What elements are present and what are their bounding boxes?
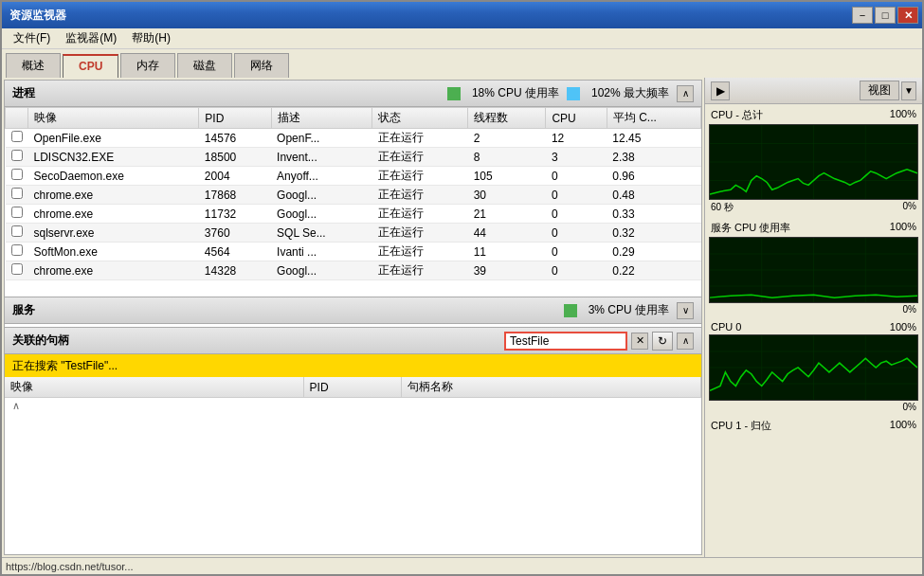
cpu-usage-label: 18% CPU 使用率 xyxy=(472,85,559,101)
row-status: 正在运行 xyxy=(372,148,468,167)
right-expand-button[interactable]: ▶ xyxy=(711,81,730,100)
table-row[interactable]: LDISCN32.EXE 18500 Invent... 正在运行 8 3 2.… xyxy=(6,148,701,167)
title-bar: 资源监视器 − □ ✕ xyxy=(2,2,922,28)
tab-memory[interactable]: 内存 xyxy=(120,53,175,78)
service-cpu-chart-section: 服务 CPU 使用率 100% xyxy=(709,221,918,315)
tab-network[interactable]: 网络 xyxy=(234,53,289,78)
menu-file[interactable]: 文件(F) xyxy=(6,28,58,48)
table-row[interactable]: chrome.exe 11732 Googl... 正在运行 21 0 0.33 xyxy=(6,205,701,224)
cpu0-label: CPU 0 xyxy=(711,321,741,333)
col-status[interactable]: 状态 xyxy=(372,108,468,129)
cpu0-label-row: CPU 0 100% xyxy=(709,321,918,333)
row-image: SecoDaemon.exe xyxy=(28,167,199,186)
row-threads: 30 xyxy=(468,186,546,205)
row-cpu: 3 xyxy=(546,148,607,167)
row-checkbox[interactable] xyxy=(6,224,28,243)
service-cpu-bottom-row: 0% xyxy=(709,303,918,315)
handles-col-name[interactable]: 句柄名称 xyxy=(402,377,701,397)
row-checkbox[interactable] xyxy=(6,205,28,224)
col-threads[interactable]: 线程数 xyxy=(468,108,546,129)
row-threads: 44 xyxy=(468,224,546,243)
table-row[interactable]: SecoDaemon.exe 2004 Anyoff... 正在运行 105 0… xyxy=(6,167,701,186)
row-pid: 11732 xyxy=(199,205,271,224)
row-avg: 0.96 xyxy=(607,167,700,186)
table-row[interactable]: chrome.exe 14328 Googl... 正在运行 39 0 0.22 xyxy=(6,261,701,280)
handles-col-image[interactable]: 映像 xyxy=(5,377,304,397)
tab-cpu[interactable]: CPU xyxy=(63,54,118,78)
row-pid: 4564 xyxy=(199,243,271,261)
tab-bar: 概述 CPU 内存 磁盘 网络 xyxy=(2,49,922,78)
col-avg[interactable]: 平均 C... xyxy=(607,108,700,129)
searching-text: 正在搜索 "TestFile"... xyxy=(12,358,118,374)
row-avg: 0.33 xyxy=(607,205,700,224)
row-checkbox[interactable] xyxy=(6,167,28,186)
row-status: 正在运行 xyxy=(372,129,468,148)
table-row[interactable]: sqlservr.exe 3760 SQL Se... 正在运行 44 0 0.… xyxy=(6,224,701,243)
chart-container: CPU - 总计 100% xyxy=(705,104,922,557)
max-freq-label: 102% 最大频率 xyxy=(591,85,669,101)
handles-search-input[interactable] xyxy=(504,332,627,351)
row-checkbox[interactable] xyxy=(6,129,28,148)
col-checkbox xyxy=(6,108,28,129)
cpu1-label: CPU 1 - 归位 xyxy=(711,419,771,433)
left-panel: 进程 18% CPU 使用率 102% 最大频率 ∧ 映像 PI xyxy=(4,80,702,555)
col-pid[interactable]: PID xyxy=(199,108,271,129)
row-cpu: 0 xyxy=(546,243,607,261)
service-cpu-label-row: 服务 CPU 使用率 100% xyxy=(709,221,918,235)
row-cpu: 12 xyxy=(546,129,607,148)
bottom-url-bar: https://blog.csdn.net/tusor... xyxy=(2,557,922,574)
col-cpu[interactable]: CPU xyxy=(546,108,607,129)
maximize-button[interactable]: □ xyxy=(875,7,896,24)
row-cpu: 0 xyxy=(546,167,607,186)
view-dropdown-arrow[interactable]: ▼ xyxy=(901,81,916,100)
row-checkbox[interactable] xyxy=(6,148,28,167)
cpu1-chart-section: CPU 1 - 归位 100% xyxy=(709,419,918,433)
row-checkbox[interactable] xyxy=(6,186,28,205)
menu-bar: 文件(F) 监视器(M) 帮助(H) xyxy=(2,28,922,49)
row-avg: 0.32 xyxy=(607,224,700,243)
row-image: chrome.exe xyxy=(28,205,199,224)
process-collapse-btn[interactable]: ∧ xyxy=(677,85,694,102)
tab-overview[interactable]: 概述 xyxy=(6,53,61,78)
services-collapse-btn[interactable]: ∨ xyxy=(677,302,694,319)
row-avg: 0.48 xyxy=(607,186,700,205)
process-table-container[interactable]: 映像 PID 描述 状态 线程数 CPU 平均 C... OpenFile.ex… xyxy=(5,107,701,297)
row-image: OpenFile.exe xyxy=(28,129,199,148)
menu-help[interactable]: 帮助(H) xyxy=(124,28,178,48)
services-cpu-indicator xyxy=(564,304,577,317)
col-image[interactable]: 映像 xyxy=(28,108,199,129)
table-row[interactable]: chrome.exe 17868 Googl... 正在运行 30 0 0.48 xyxy=(6,186,701,205)
cpu-indicator-green xyxy=(447,87,461,100)
minimize-button[interactable]: − xyxy=(852,7,873,24)
tab-disk[interactable]: 磁盘 xyxy=(177,53,232,78)
bottom-url-text: https://blog.csdn.net/tusor... xyxy=(6,561,134,572)
table-row[interactable]: SoftMon.exe 4564 Ivanti ... 正在运行 11 0 0.… xyxy=(6,243,701,261)
service-cpu-chart xyxy=(709,237,918,303)
row-desc: Anyoff... xyxy=(271,167,372,186)
row-checkbox[interactable] xyxy=(6,243,28,261)
close-button[interactable]: ✕ xyxy=(897,7,918,24)
row-image: SoftMon.exe xyxy=(28,243,199,261)
row-image: sqlservr.exe xyxy=(28,224,199,243)
row-pid: 14328 xyxy=(199,261,271,280)
row-checkbox[interactable] xyxy=(6,261,28,280)
table-row[interactable]: OpenFile.exe 14576 OpenF... 正在运行 2 12 12… xyxy=(6,129,701,148)
search-go-button[interactable]: ↻ xyxy=(652,332,673,351)
cpu0-svg xyxy=(710,335,917,400)
search-clear-button[interactable]: ✕ xyxy=(631,333,648,350)
menu-monitor[interactable]: 监视器(M) xyxy=(58,28,124,48)
cpu-total-label-row: CPU - 总计 100% xyxy=(709,108,918,122)
searching-status-row: 正在搜索 "TestFile"... xyxy=(5,354,701,377)
cpu-total-seconds: 60 秒 xyxy=(711,201,734,214)
handles-col-pid[interactable]: PID xyxy=(304,377,403,397)
cpu-total-label: CPU - 总计 xyxy=(711,108,763,122)
col-desc[interactable]: 描述 xyxy=(271,108,372,129)
view-label[interactable]: 视图 xyxy=(860,81,899,100)
right-panel: ▶ 视图 ▼ CPU - 总计 100% xyxy=(704,78,922,557)
row-status: 正在运行 xyxy=(372,261,468,280)
cpu-indicator-blue xyxy=(567,87,580,100)
main-content: 进程 18% CPU 使用率 102% 最大频率 ∧ 映像 PI xyxy=(2,78,922,557)
row-status: 正在运行 xyxy=(372,167,468,186)
row-pid: 2004 xyxy=(199,167,271,186)
handles-collapse-btn[interactable]: ∧ xyxy=(677,333,694,350)
